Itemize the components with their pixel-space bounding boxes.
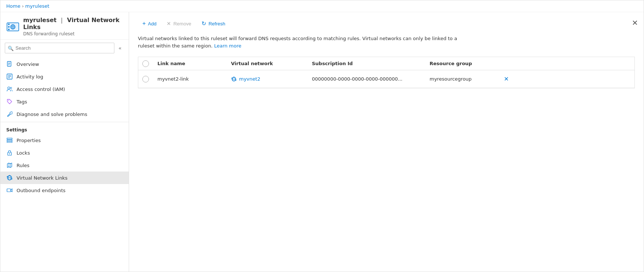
resource-subtitle: DNS forwarding ruleset: [23, 31, 123, 36]
sidebar-item-properties[interactable]: Properties: [0, 134, 129, 146]
sidebar-item-activity-log[interactable]: Activity log: [0, 70, 129, 83]
sidebar-item-label: Access control (IAM): [17, 86, 65, 92]
svg-point-5: [8, 24, 10, 25]
tag-icon: [6, 98, 13, 105]
svg-point-37: [235, 80, 236, 81]
settings-section-label: Settings: [0, 122, 129, 134]
sidebar-item-overview[interactable]: Overview: [0, 58, 129, 70]
people-icon: [6, 86, 13, 92]
table-row: myvnet2-link: [138, 70, 634, 88]
svg-point-16: [8, 87, 10, 89]
resource-group-column-header: Resource group: [425, 57, 499, 70]
link-name-column-header: Link name: [153, 57, 227, 70]
radio-button[interactable]: [142, 76, 149, 82]
svg-point-17: [10, 87, 12, 89]
x-icon: ✕: [167, 21, 171, 27]
collapse-sidebar-button[interactable]: «: [116, 44, 124, 52]
virtual-network-links-table: Link name Virtual network Subscription I…: [138, 57, 635, 88]
sidebar-item-label: Virtual Network Links: [17, 175, 67, 181]
vnl-icon: [6, 174, 13, 181]
learn-more-link[interactable]: Learn more: [214, 43, 241, 49]
sidebar-item-label: Tags: [17, 99, 27, 105]
delete-row-button[interactable]: ✕: [502, 74, 510, 84]
breadcrumb-resource[interactable]: myruleset: [25, 3, 49, 9]
close-button[interactable]: ✕: [632, 18, 638, 27]
info-text: Virtual networks linked to this ruleset …: [138, 35, 469, 49]
sidebar-item-access-control[interactable]: Access control (IAM): [0, 83, 129, 95]
sidebar-item-label: Overview: [17, 61, 39, 67]
virtual-network-cell: myvnet2: [227, 72, 307, 86]
sidebar-item-tags[interactable]: Tags: [0, 95, 129, 108]
properties-icon: [6, 137, 13, 144]
sidebar-header: myruleset | Virtual Network Links DNS fo…: [0, 12, 129, 40]
row-select[interactable]: [138, 76, 153, 82]
breadcrumb-separator: ›: [22, 3, 24, 9]
remove-button[interactable]: ✕ Remove: [162, 18, 195, 29]
sidebar-nav: Overview Activity log Access control (IA…: [0, 56, 129, 198]
search-input[interactable]: [5, 43, 114, 53]
activity-icon: [6, 73, 13, 80]
delete-column-header: [499, 57, 513, 70]
vnet-icon: [231, 76, 237, 82]
plus-icon: +: [142, 20, 146, 27]
sidebar-item-locks[interactable]: Locks: [0, 146, 129, 159]
link-name-cell: myvnet2-link: [153, 73, 227, 85]
resource-group-cell: myresourcegroup: [425, 73, 499, 85]
resource-icon: [6, 20, 19, 33]
rules-icon: [6, 162, 13, 169]
add-button[interactable]: + Add: [138, 18, 161, 29]
refresh-button[interactable]: ↻ Refresh: [197, 18, 230, 29]
svg-point-7: [8, 29, 10, 30]
subscription-id-cell: 00000000-0000-0000-0000-000000...: [307, 73, 425, 85]
select-column-header: [138, 57, 153, 70]
svg-point-38: [234, 77, 235, 78]
svg-point-31: [9, 175, 10, 176]
sidebar-item-label: Outbound endpoints: [17, 188, 65, 193]
sidebar-item-outbound-endpoints[interactable]: Outbound endpoints: [0, 184, 129, 197]
sidebar-item-diagnose[interactable]: Diagnose and solve problems: [0, 108, 129, 120]
sidebar: myruleset | Virtual Network Links DNS fo…: [0, 12, 129, 272]
sidebar-item-label: Rules: [17, 163, 29, 168]
sidebar-item-label: Locks: [17, 150, 30, 156]
sidebar-item-label: Diagnose and solve problems: [17, 112, 87, 117]
endpoint-icon: [6, 187, 13, 194]
svg-point-6: [8, 26, 10, 28]
svg-point-30: [11, 179, 13, 180]
svg-rect-19: [7, 138, 12, 139]
refresh-icon: ↻: [202, 20, 206, 27]
svg-rect-32: [7, 189, 11, 192]
wrench-icon: [6, 111, 13, 117]
search-icon: 🔍: [8, 45, 14, 51]
lock-icon: [6, 149, 13, 156]
sidebar-item-label: Properties: [17, 138, 41, 143]
table-header: Link name Virtual network Subscription I…: [138, 57, 634, 70]
delete-cell: ✕: [499, 70, 513, 88]
svg-rect-21: [7, 141, 12, 142]
virtual-network-column-header: Virtual network: [227, 57, 307, 70]
subscription-id-column-header: Subscription Id: [307, 57, 425, 70]
sidebar-item-rules[interactable]: Rules: [0, 159, 129, 172]
resource-name: myruleset | Virtual Network Links: [23, 17, 123, 31]
sidebar-item-label: Activity log: [17, 74, 43, 80]
breadcrumb: Home › myruleset: [0, 0, 644, 12]
document-icon: [6, 61, 13, 67]
svg-point-23: [9, 153, 10, 154]
toolbar: + Add ✕ Remove ↻ Refresh: [138, 18, 635, 29]
virtual-network-link[interactable]: myvnet2: [231, 76, 303, 82]
svg-point-18: [8, 100, 9, 101]
svg-point-29: [7, 176, 8, 177]
sidebar-item-virtual-network-links[interactable]: Virtual Network Links: [0, 172, 129, 184]
svg-point-36: [231, 78, 232, 79]
main-content: + Add ✕ Remove ↻ Refresh Virtual network…: [129, 12, 644, 272]
svg-rect-20: [7, 140, 12, 141]
breadcrumb-home[interactable]: Home: [6, 3, 20, 9]
